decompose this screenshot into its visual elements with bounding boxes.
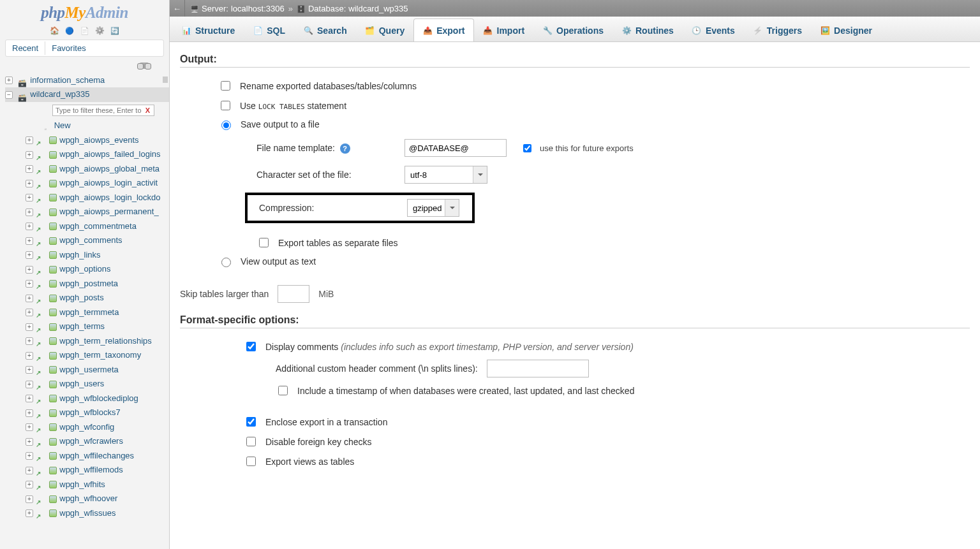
browse-icon[interactable]: [36, 495, 45, 504]
browse-icon[interactable]: [36, 208, 45, 217]
compression-select[interactable]: gzipped: [407, 199, 459, 217]
expand-icon[interactable]: +: [26, 395, 33, 402]
checkbox-disable-fk[interactable]: [246, 437, 256, 446]
table-filter-input[interactable]: [52, 105, 154, 116]
table-label[interactable]: wpgh_comments: [59, 235, 122, 245]
tab-structure[interactable]: Structure: [172, 18, 244, 41]
expand-icon[interactable]: +: [26, 180, 33, 187]
tab-sql[interactable]: SQL: [244, 18, 294, 41]
browse-icon[interactable]: [36, 380, 45, 389]
table-label[interactable]: wpgh_aiowps_permanent_: [59, 207, 158, 216]
tab-favorites[interactable]: Favorites: [45, 41, 92, 55]
checkbox-rename[interactable]: [221, 81, 230, 91]
browse-icon[interactable]: [36, 150, 45, 159]
table-label[interactable]: wpgh_aiowps_login_activit: [59, 178, 158, 187]
settings-icon[interactable]: [94, 26, 105, 36]
table-label[interactable]: wpgh_wfhits: [59, 479, 105, 489]
tab-designer[interactable]: Designer: [811, 18, 881, 41]
table-label[interactable]: wpgh_users: [59, 379, 104, 388]
table-label[interactable]: wpgh_wfcrawlers: [59, 436, 123, 446]
table-label[interactable]: wpgh_term_taxonomy: [59, 350, 141, 360]
browse-icon[interactable]: [36, 294, 45, 303]
checkbox-lock-tables[interactable]: [221, 101, 230, 110]
browse-icon[interactable]: [36, 423, 45, 432]
browse-icon[interactable]: [36, 394, 45, 403]
expand-icon[interactable]: +: [26, 165, 33, 173]
expand-icon[interactable]: +: [26, 237, 33, 245]
expand-icon[interactable]: +: [26, 151, 33, 159]
tab-import[interactable]: Import: [474, 18, 534, 41]
checkbox-future-exports[interactable]: [523, 144, 531, 152]
expand-icon[interactable]: +: [26, 509, 33, 517]
expand-icon[interactable]: +: [26, 337, 33, 345]
checkbox-display-comments[interactable]: [246, 342, 256, 351]
table-label[interactable]: wpgh_posts: [59, 293, 103, 302]
browse-icon[interactable]: [36, 222, 45, 231]
table-label[interactable]: wpgh_postmeta: [59, 279, 118, 288]
collapse-icon[interactable]: −: [5, 91, 13, 99]
home-icon[interactable]: [49, 26, 59, 36]
tab-operations[interactable]: Operations: [533, 18, 612, 41]
table-label[interactable]: wpgh_wfhoover: [59, 494, 117, 503]
browse-icon[interactable]: [36, 179, 45, 188]
expand-icon[interactable]: +: [26, 266, 33, 274]
charset-select[interactable]: utf-8: [405, 166, 487, 184]
browse-icon[interactable]: [36, 466, 45, 475]
browse-icon[interactable]: [36, 136, 45, 145]
expand-icon[interactable]: +: [26, 352, 33, 360]
table-label[interactable]: wpgh_term_relationships: [59, 336, 152, 346]
table-label[interactable]: wpgh_commentmeta: [59, 221, 137, 231]
browse-icon[interactable]: [36, 237, 45, 245]
additional-header-input[interactable]: [487, 360, 589, 377]
expand-icon[interactable]: +: [26, 481, 33, 488]
browse-icon[interactable]: [36, 251, 45, 260]
browse-icon[interactable]: [36, 337, 45, 346]
browse-icon[interactable]: [36, 323, 45, 332]
table-label[interactable]: wpgh_options: [59, 264, 110, 274]
browse-icon[interactable]: [36, 193, 45, 202]
expand-icon[interactable]: +: [26, 280, 33, 288]
logo[interactable]: phpMyAdmin: [0, 0, 169, 24]
tab-export[interactable]: Export: [413, 18, 473, 41]
browse-icon[interactable]: [36, 365, 45, 374]
expand-icon[interactable]: +: [26, 409, 33, 417]
expand-icon[interactable]: +: [26, 438, 33, 446]
browse-icon[interactable]: [36, 279, 45, 288]
logout-icon[interactable]: [64, 26, 75, 36]
back-button[interactable]: [170, 0, 185, 17]
expand-icon[interactable]: +: [26, 452, 33, 460]
tab-routines[interactable]: Routines: [612, 18, 683, 41]
table-label[interactable]: wpgh_termmeta: [59, 307, 119, 317]
browse-icon[interactable]: [36, 308, 45, 317]
breadcrumb-server-value[interactable]: localhost:3306: [231, 4, 285, 13]
browse-icon[interactable]: [36, 409, 45, 418]
expand-icon[interactable]: +: [26, 251, 33, 259]
checkbox-export-views[interactable]: [246, 457, 256, 466]
tab-search[interactable]: Search: [294, 18, 356, 41]
expand-icon[interactable]: +: [26, 366, 33, 374]
table-label[interactable]: wpgh_wfblockediplog: [59, 393, 138, 403]
table-label[interactable]: wpgh_wfissues: [59, 508, 115, 518]
table-label[interactable]: wpgh_aiowps_login_lockdo: [59, 193, 160, 202]
radio-view-as-text[interactable]: [221, 258, 231, 267]
browse-icon[interactable]: [36, 437, 45, 446]
table-label[interactable]: wpgh_wfblocks7: [59, 407, 120, 417]
tab-triggers[interactable]: Triggers: [744, 18, 811, 41]
checkbox-separate-files[interactable]: [259, 238, 269, 247]
checkbox-enclose-transaction[interactable]: [246, 417, 256, 427]
table-label[interactable]: wpgh_terms: [59, 321, 105, 331]
browse-icon[interactable]: [36, 265, 45, 274]
checkbox-include-timestamp[interactable]: [278, 386, 288, 395]
filename-template-input[interactable]: [405, 139, 507, 157]
tab-query[interactable]: Query: [356, 18, 413, 41]
tab-recent[interactable]: Recent: [6, 41, 45, 55]
table-label[interactable]: wpgh_aiowps_global_meta: [59, 164, 160, 173]
reload-icon[interactable]: [110, 26, 120, 36]
expand-icon[interactable]: +: [26, 136, 33, 144]
expand-icon[interactable]: +: [26, 423, 33, 431]
tab-events[interactable]: Events: [683, 18, 744, 41]
clear-filter-icon[interactable]: X: [145, 103, 154, 118]
table-label[interactable]: wpgh_aiowps_events: [59, 135, 138, 145]
expand-icon[interactable]: +: [26, 194, 33, 201]
table-label[interactable]: wpgh_wffilechanges: [59, 451, 134, 460]
